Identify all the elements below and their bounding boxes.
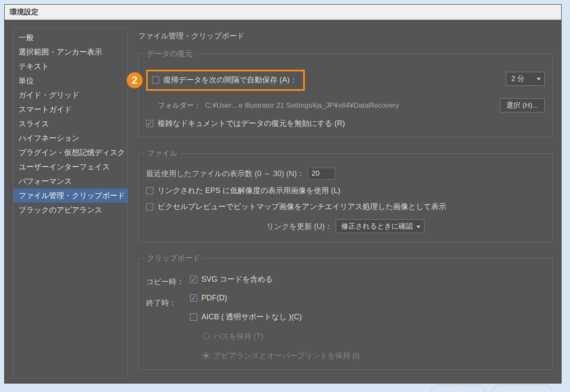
autosave-right: 2 分: [506, 72, 545, 86]
clipboard-sublabels: コピー時： 終了時：: [146, 274, 184, 361]
sidebar-item-black[interactable]: ブラックのアピアランス: [14, 203, 128, 217]
sidebar-item-units[interactable]: 単位: [14, 74, 128, 88]
legend-file: ファイル: [144, 148, 180, 158]
sidebar-item-plugins[interactable]: プラグイン・仮想記憶ディスク: [14, 145, 128, 160]
select-interval-value: 2 分: [511, 74, 524, 84]
row-disable-complex: 複雑なドキュメントではデータの復元を無効にする (R): [146, 118, 545, 128]
dialog-title: 環境設定: [10, 8, 38, 16]
ok-button[interactable]: OK: [431, 385, 486, 392]
update-label: リンクを更新 (U)：: [266, 221, 332, 231]
sidebar-item-general[interactable]: 一般: [14, 30, 128, 45]
row-autosave: 2 復帰データを次の間隔で自動保存 (A)： 2 分: [146, 66, 545, 91]
clipboard-grid: コピー時： 終了時： SVG コードを含める PDF(D): [146, 274, 545, 361]
radio-path[interactable]: [203, 333, 209, 340]
legend-clipboard: クリップボード: [144, 253, 203, 263]
row-update-links: リンクを更新 (U)： 修正されるときに確認: [146, 219, 545, 233]
folder-label: フォルダー：: [158, 101, 201, 110]
row-aicb: AICB ( 透明サポートなし )(C): [190, 312, 360, 322]
row-folder: フォルダー： C:¥User…e Illustrator 21 Settings…: [146, 98, 545, 112]
pdf-label: PDF(D): [201, 294, 227, 302]
group-clipboard: クリップボード コピー時： 終了時： SVG コードを含める PDF(D: [138, 253, 553, 370]
checkbox-pixel[interactable]: [146, 203, 153, 210]
sidebar-item-text[interactable]: テキスト: [14, 59, 128, 74]
main-panel: ファイル管理・クリップボード データの復元 2 復帰データを次の間隔で自動保存 …: [128, 28, 553, 378]
group-file: ファイル 最近使用したファイルの表示数 (0 ～ 30) (N)： リンクされた…: [138, 148, 553, 242]
path-label: パスを保持 (T): [214, 331, 263, 341]
select-interval[interactable]: 2 分: [506, 72, 545, 86]
checkbox-aicb[interactable]: [190, 313, 197, 321]
row-svg: SVG コードを含める: [190, 274, 360, 284]
group-data-recovery: データの復元 2 復帰データを次の間隔で自動保存 (A)： 2 分 フォルダー：: [138, 49, 553, 137]
svg-label: SVG コードを含める: [201, 274, 273, 284]
autosave-label: 復帰データを次の間隔で自動保存 (A)：: [163, 75, 297, 85]
row-appearance: アピアランスとオーバープリントを保持 (I): [203, 351, 360, 361]
autosave-highlight: 2 復帰データを次の間隔で自動保存 (A)：: [146, 70, 305, 91]
sidebar-item-ui[interactable]: ユーザーインターフェイス: [14, 160, 128, 174]
sidebar-item-file-clipboard[interactable]: ファイル管理・クリップボード: [14, 188, 128, 203]
clipboard-options: SVG コードを含める PDF(D) AICB ( 透明サポートなし )(C): [190, 274, 360, 361]
preferences-dialog: 環境設定 一般 選択範囲・アンカー表示 テキスト 単位 ガイド・グリッド スマー…: [4, 4, 562, 384]
sidebar: 一般 選択範囲・アンカー表示 テキスト 単位 ガイド・グリッド スマートガイド …: [13, 28, 128, 378]
aicb-label: AICB ( 透明サポートなし )(C): [201, 312, 302, 322]
sidebar-item-smartguides[interactable]: スマートガイド: [14, 102, 128, 117]
dialog-body: 一般 選択範囲・アンカー表示 テキスト 単位 ガイド・グリッド スマートガイド …: [5, 20, 561, 382]
folder-right: 選択 (H)...: [500, 98, 545, 112]
sidebar-item-selection[interactable]: 選択範囲・アンカー表示: [14, 45, 128, 59]
callout-badge: 2: [127, 72, 143, 88]
radio-appearance[interactable]: [203, 352, 209, 359]
row-path: パスを保持 (T): [203, 331, 360, 341]
cancel-button[interactable]: キャンセル: [492, 385, 553, 392]
panel-title: ファイル管理・クリップボード: [138, 28, 553, 49]
sidebar-item-guides[interactable]: ガイド・グリッド: [14, 88, 128, 102]
legend-data-recovery: データの復元: [144, 49, 195, 59]
footer: OK キャンセル: [138, 381, 553, 392]
appearance-label: アピアランスとオーバープリントを保持 (I): [214, 351, 360, 361]
checkbox-autosave[interactable]: [152, 76, 159, 84]
quit-label: 終了時：: [146, 298, 184, 308]
dialog-titlebar: 環境設定: [5, 5, 561, 20]
checkbox-eps[interactable]: [146, 187, 153, 194]
sidebar-item-hyphenation[interactable]: ハイフネーション: [14, 131, 128, 145]
disable-complex-label: 複雑なドキュメントではデータの復元を無効にする (R): [157, 118, 345, 128]
copy-label: コピー時：: [146, 277, 184, 287]
sidebar-item-performance[interactable]: パフォーマンス: [14, 174, 128, 188]
sidebar-item-slices[interactable]: スライス: [14, 117, 128, 131]
row-eps: リンクされた EPS に低解像度の表示用画像を使用 (L): [146, 185, 545, 196]
checkbox-disable-complex[interactable]: [146, 120, 153, 127]
recent-label: 最近使用したファイルの表示数 (0 ～ 30) (N)：: [146, 169, 304, 179]
row-pdf: PDF(D): [190, 294, 360, 302]
recent-input[interactable]: [308, 168, 335, 180]
select-update-value: 修正されるときに確認: [341, 221, 413, 231]
row-recent: 最近使用したファイルの表示数 (0 ～ 30) (N)：: [146, 168, 545, 180]
pixel-label: ピクセルプレビューでビットマップ画像をアンチエイリアス処理した画像として表示: [157, 201, 446, 212]
folder-path: C:¥User…e Illustrator 21 Settings¥ja_JP¥…: [205, 101, 500, 110]
select-update-links[interactable]: 修正されるときに確認: [336, 219, 424, 233]
row-pixel: ピクセルプレビューでビットマップ画像をアンチエイリアス処理した画像として表示: [146, 201, 545, 212]
checkbox-pdf[interactable]: [190, 294, 197, 302]
checkbox-svg[interactable]: [190, 276, 197, 283]
choose-folder-button[interactable]: 選択 (H)...: [500, 98, 545, 112]
eps-label: リンクされた EPS に低解像度の表示用画像を使用 (L): [157, 185, 340, 196]
